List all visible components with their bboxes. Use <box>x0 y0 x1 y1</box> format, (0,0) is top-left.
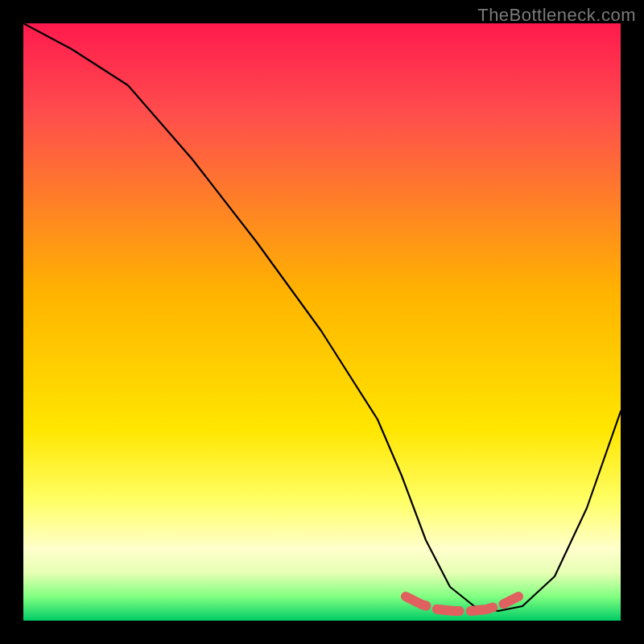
gradient-plot-area <box>23 23 621 621</box>
flat-minimum-highlight <box>406 597 518 611</box>
bottleneck-curve <box>23 23 621 611</box>
chart-svg <box>23 23 621 621</box>
watermark-text: TheBottleneck.com <box>477 5 636 26</box>
